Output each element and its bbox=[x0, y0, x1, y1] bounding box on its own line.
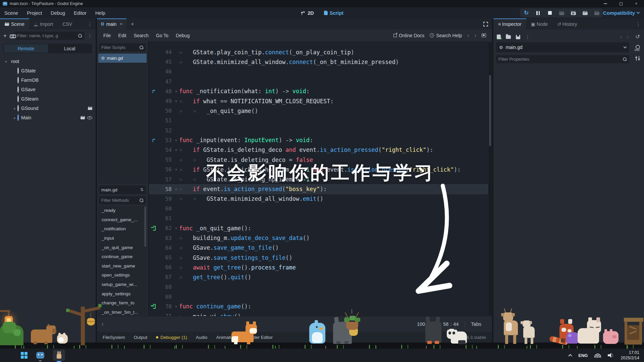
history-back-icon[interactable]: ‹ bbox=[467, 33, 469, 39]
dock-tab-import[interactable]: ↓Import bbox=[29, 18, 58, 29]
code-line-54[interactable]: 54▾» if GState.is_deleting_deco and even… bbox=[149, 145, 488, 155]
stop-button[interactable] bbox=[547, 10, 553, 16]
renderer-selector[interactable]: Compatibility bbox=[603, 7, 639, 18]
bottom-panel-filesystem[interactable]: FileSystem bbox=[98, 333, 129, 341]
script-item-main.gd[interactable]: ⚙main.gd bbox=[98, 54, 147, 63]
code-line-50[interactable]: 50» » _on_quit_game() bbox=[149, 106, 488, 116]
method-item[interactable]: change_farm_to bbox=[98, 298, 147, 308]
methods-scrollbar[interactable] bbox=[144, 206, 146, 247]
method-item[interactable]: _ready bbox=[98, 206, 147, 215]
close-button[interactable]: × bbox=[629, 0, 644, 7]
menu-editor[interactable]: Editor bbox=[69, 10, 91, 16]
method-item[interactable]: _on_quit_game bbox=[98, 243, 147, 252]
tree-item-farmdb[interactable]: FarmDB bbox=[0, 75, 96, 85]
resource-menu-icon[interactable]: ⋮ bbox=[525, 34, 530, 40]
script-menu-file[interactable]: File bbox=[100, 33, 115, 38]
script-menu-debug[interactable]: Debug bbox=[172, 33, 193, 38]
code-line-53[interactable]: ↱53▾func _input(event: InputEvent) -> vo… bbox=[149, 135, 488, 145]
filter-scripts[interactable] bbox=[99, 43, 146, 52]
menu-scene[interactable]: Scene bbox=[0, 10, 22, 16]
dock-tab-inspector[interactable]: ≡ Inspector bbox=[493, 18, 526, 29]
history-forward-icon[interactable]: › bbox=[475, 33, 476, 39]
tree-item-gsteam[interactable]: GSteam bbox=[0, 94, 96, 104]
history-back-icon[interactable]: ‹ bbox=[620, 34, 622, 40]
instance-scene-icon[interactable] bbox=[10, 34, 12, 37]
volume-icon[interactable] bbox=[608, 353, 614, 358]
code-line-44[interactable]: 44» GState.play_coin_tip.connect(_on_pla… bbox=[149, 47, 488, 57]
filter-methods-input[interactable] bbox=[101, 198, 138, 203]
code-line-71[interactable]: 71» main_ui.show() bbox=[149, 311, 488, 316]
method-item[interactable]: continue_game bbox=[98, 252, 147, 261]
scene-filter[interactable] bbox=[15, 32, 85, 40]
code-line-46[interactable]: 46 bbox=[149, 67, 488, 76]
script-name-field[interactable]: ⇅ bbox=[99, 185, 146, 194]
wifi-icon[interactable] bbox=[594, 353, 601, 358]
tree-item-main[interactable]: ▸Main bbox=[0, 113, 96, 122]
scene-filter-input[interactable] bbox=[17, 33, 76, 38]
bottom-panel-output[interactable]: Output bbox=[129, 333, 152, 341]
dock-tab-csv[interactable]: CSV bbox=[58, 18, 77, 29]
code-line-52[interactable]: 52 bbox=[149, 126, 488, 135]
scroll-left-icon[interactable]: ‹ bbox=[102, 321, 103, 327]
filter-properties-input[interactable] bbox=[498, 57, 621, 62]
workspace-script-button[interactable]: Script bbox=[324, 10, 343, 16]
filter-scripts-input[interactable] bbox=[101, 45, 138, 50]
dock-tab-scene[interactable]: Scene bbox=[0, 18, 29, 29]
script-menu-edit[interactable]: Edit bbox=[115, 33, 130, 38]
inspector-tabs-menu-icon[interactable]: ⋮ bbox=[633, 21, 644, 27]
load-resource-icon[interactable] bbox=[506, 35, 511, 39]
play-scene-button[interactable] bbox=[570, 10, 576, 16]
save-resource-icon[interactable] bbox=[516, 35, 520, 39]
close-tab-icon[interactable]: × bbox=[120, 21, 122, 26]
float-panel-icon[interactable] bbox=[482, 34, 486, 37]
menu-help[interactable]: Help bbox=[91, 10, 110, 16]
method-item[interactable]: setup_game_wi... bbox=[98, 280, 147, 289]
remote-tab[interactable]: Remote bbox=[4, 44, 48, 53]
tray-expand-icon[interactable] bbox=[569, 354, 572, 358]
visibility-icon[interactable] bbox=[87, 116, 92, 119]
menu-debug[interactable]: Debug bbox=[46, 10, 69, 16]
code-line-47[interactable]: 47 bbox=[149, 77, 488, 86]
clock[interactable]: 17:01 2025/2/14 bbox=[621, 350, 639, 361]
bottom-panel-audio[interactable]: Audio bbox=[192, 333, 212, 341]
workspace-2d-button[interactable]: 2D bbox=[301, 10, 314, 16]
script-menu-go-to[interactable]: Go To bbox=[152, 33, 172, 38]
code-line-45[interactable]: 45» GState.minimized_all_window.connect(… bbox=[149, 57, 488, 67]
new-tab-button[interactable]: + bbox=[126, 18, 139, 29]
dock-tab-node[interactable]: ▣ Node bbox=[526, 18, 553, 29]
search-docs-icon[interactable] bbox=[635, 45, 641, 51]
play-custom-scene-button[interactable] bbox=[582, 10, 588, 16]
scene-dock-menu-icon[interactable]: ⋮ bbox=[88, 33, 92, 39]
pause-button[interactable] bbox=[535, 10, 541, 16]
bottom-panel-debugger-1-[interactable]: Debugger (1) bbox=[152, 333, 192, 341]
new-resource-icon[interactable] bbox=[497, 35, 501, 39]
tree-item-root[interactable]: ▾root bbox=[0, 57, 96, 66]
fullscreen-icon[interactable] bbox=[483, 22, 488, 26]
search-help-button[interactable]: ? Search Help bbox=[430, 33, 462, 38]
indent-mode[interactable]: Tabs bbox=[465, 321, 487, 327]
code-line-51[interactable]: 51 bbox=[149, 116, 488, 125]
code-line-49[interactable]: 49▾» if what == NOTIFICATION_WM_CLOSE_RE… bbox=[149, 96, 488, 106]
bottom-panel-animation[interactable]: Animation bbox=[212, 333, 240, 341]
filter-properties[interactable] bbox=[496, 55, 629, 63]
local-tab[interactable]: Local bbox=[48, 44, 92, 53]
method-item[interactable]: start_new_game bbox=[98, 261, 147, 271]
script-name-input[interactable] bbox=[101, 187, 140, 192]
dock-tab-history[interactable]: ↺ History bbox=[552, 18, 582, 29]
edited-resource[interactable]: ⚙ main.gd bbox=[496, 42, 629, 52]
tree-item-gstate[interactable]: GState bbox=[0, 66, 96, 75]
menu-project[interactable]: Project bbox=[22, 10, 46, 16]
script-menu-search[interactable]: Search bbox=[130, 33, 152, 38]
taskbar-godot-icon[interactable] bbox=[36, 352, 44, 359]
movie-maker-button[interactable] bbox=[594, 10, 600, 16]
code-scrollbar[interactable] bbox=[489, 43, 491, 315]
method-item[interactable]: open_settings bbox=[98, 270, 147, 280]
taskbar-tinypasture-icon[interactable] bbox=[53, 350, 65, 361]
add-node-button[interactable]: + bbox=[3, 33, 7, 39]
filter-methods[interactable] bbox=[99, 196, 146, 204]
tune-icon[interactable] bbox=[635, 56, 640, 61]
code-line-48[interactable]: ↱48▾func _notification(what: int) -> voi… bbox=[149, 86, 488, 96]
zoom-level[interactable]: 100 % bbox=[411, 321, 437, 327]
tab-main[interactable]: main × bbox=[97, 18, 126, 29]
method-item[interactable]: _on_timer_5m_t... bbox=[98, 308, 147, 315]
